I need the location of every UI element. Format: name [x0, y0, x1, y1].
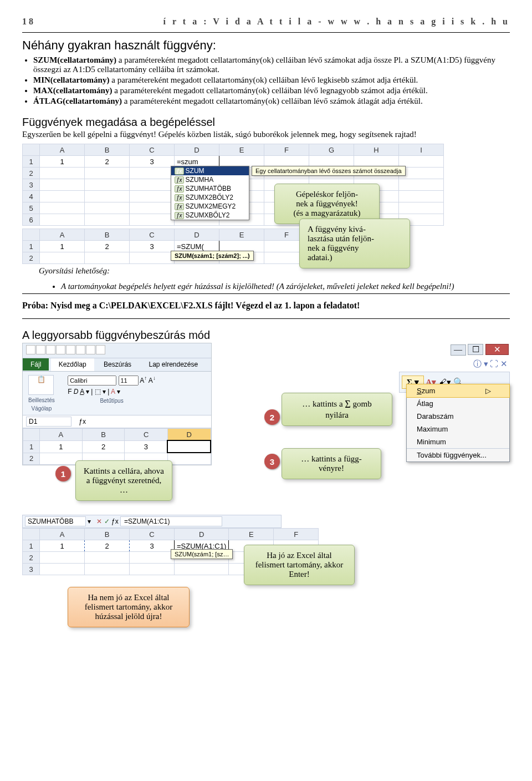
- section2-subtitle: Egyszerűen be kell gépelni a függvényt! …: [22, 130, 510, 139]
- callout-redo-range: Ha nem jó az Excel által felismert tarto…: [68, 587, 190, 627]
- excel-window: Fájl Kezdőlap Beszúrás Lap elrendezése 📋…: [22, 343, 212, 465]
- shortcut-hint-list: A tartományokat begépelés helyett egér h…: [61, 282, 510, 291]
- callout-step2: … kattints a Σ gomb nyilára: [282, 393, 392, 426]
- dropdown-item[interactable]: ƒxSZUMX2BŐLY2: [171, 193, 249, 202]
- sigma-icon: Σ: [345, 399, 350, 410]
- fx-icon[interactable]: ƒx: [79, 418, 86, 425]
- group-clipboard: 📋 Beillesztés Vágólap: [28, 375, 55, 412]
- font-name-combo[interactable]: [68, 376, 116, 386]
- section2-heading: Függvények megadása a begépeléssel: [22, 116, 510, 129]
- callout-step3: … kattints a függ- vényre!: [282, 448, 381, 479]
- screenshot-4: SZUMHATÖBB ▾ ✕ ✓ ƒx =SZUM(A1:C1) ABCDEF …: [22, 515, 510, 626]
- autosum-menu[interactable]: SSzumzum ▷ Átlag Darabszám Maximum Minim…: [406, 384, 510, 462]
- proba-instruction: Próba: Nyisd meg a C:\PELDAK\EXCEL\F2.XL…: [22, 301, 510, 311]
- ribbon-body: 📋 Beillesztés Vágólap A↑ A↓ F D A ▾ | ⬚ …: [23, 371, 211, 415]
- section3-heading: A leggyorsabb függvénybeszúrás mód: [22, 329, 510, 342]
- menu-item-more[interactable]: További függvények...: [407, 448, 509, 462]
- sheet-grid-3: ABCD 1123 2: [23, 428, 211, 465]
- menu-item-maximum[interactable]: Maximum: [407, 423, 509, 435]
- ribbon-tabs: Fájl Kezdőlap Beszúrás Lap elrendezése: [23, 358, 211, 371]
- menu-item-minimum[interactable]: Minimum: [407, 435, 509, 448]
- badge-2: 2: [264, 409, 280, 425]
- page-header: 18 í r t a : V i d a A t t i l a - w w w…: [22, 17, 510, 27]
- fx-icon-4[interactable]: ƒx: [111, 518, 119, 525]
- dropdown-item[interactable]: ƒxSZUMX2MEGY2: [171, 202, 249, 211]
- qat-icons[interactable]: [23, 343, 211, 358]
- separator-3: [22, 318, 510, 319]
- tab-file[interactable]: Fájl: [23, 358, 49, 371]
- minimize-button[interactable]: —: [451, 344, 466, 356]
- dropdown-item-selected[interactable]: ƒxSZUM: [171, 166, 249, 175]
- dropdown-item[interactable]: ƒxSZUMHATÖBB: [171, 184, 249, 193]
- maximize-button[interactable]: ☐: [468, 344, 483, 355]
- tab-layout[interactable]: Lap elrendezése: [141, 358, 206, 371]
- formula-input[interactable]: =SZUM(A1:C1): [120, 516, 222, 526]
- func-item-max: MAX(cellatartomány) a paramétereként meg…: [33, 86, 510, 95]
- function-autocomplete-dropdown[interactable]: ƒxSZUM ƒxSZUMHA ƒxSZUMHATÖBB ƒxSZUMX2BŐL…: [171, 166, 249, 220]
- byline: í r t a : V i d a A t t i l a - w w w . …: [163, 17, 510, 27]
- callout-enter-hint: Ha jó az Excel által felismert tartomány…: [244, 545, 355, 585]
- help-icon[interactable]: ⓘ ▾ ⛶ ✕: [473, 359, 508, 368]
- menu-item-atlag[interactable]: Átlag: [407, 397, 509, 410]
- formula-bar: D1 ƒx: [23, 415, 211, 428]
- section1-title: Néhány gyakran használt függvény:: [22, 38, 510, 53]
- gyorsitas-label: Gyorsítási lehetőség:: [39, 266, 110, 276]
- function-description-tooltip: Egy cellatartományban lévő összes számot…: [252, 166, 406, 176]
- tab-home[interactable]: Kezdőlap: [51, 358, 94, 371]
- func-item-min: MIN(cellatartomány) a paramétereként meg…: [33, 75, 510, 85]
- sheet2-grid: ABCDEF 1123=SZUM( 2: [22, 229, 309, 264]
- active-cell-d1[interactable]: [167, 440, 211, 453]
- badge-3: 3: [264, 454, 280, 469]
- header-separator: [22, 32, 510, 33]
- func-item-szum: SZUM(cellatartomány) a paramétereként me…: [33, 55, 510, 74]
- callout-step1: Kattints a cellára, ahova a függvényt sz…: [75, 460, 172, 501]
- group-font: A↑ A↓ F D A ▾ | ⬚ ▾ | A ▾ Betűtípus: [68, 375, 156, 404]
- screenshot-1: ABCDEFGHI 1123=szum 2 3 4 5 6 ƒxSZUM ƒxS…: [22, 144, 510, 224]
- separator-2: [22, 293, 510, 294]
- badge-1: 1: [55, 466, 71, 481]
- screenshot-2: ABCDEF 1123=SZUM( 2 SZUM(szám1; [szám2];…: [22, 229, 510, 280]
- font-size-combo[interactable]: [119, 376, 139, 386]
- menu-item-szum[interactable]: SSzumzum ▷: [406, 384, 510, 398]
- screenshot-3: Fájl Kezdőlap Beszúrás Lap elrendezése 📋…: [22, 343, 510, 504]
- tab-insert[interactable]: Beszúrás: [96, 358, 139, 371]
- callout-selection-hint: A függvény kivá-lasztása után feljön-nek…: [299, 219, 410, 268]
- signature-tooltip-4: SZUM(szám1; [sz…: [171, 549, 233, 559]
- page-number: 18: [22, 17, 35, 27]
- func-item-atlag: ÁTLAG(cellatartomány) a paramétereként m…: [33, 97, 510, 106]
- function-signature-tooltip: SZUM(szám1; [szám2]; ...): [171, 251, 254, 261]
- dropdown-item[interactable]: ƒxSZUMHA: [171, 175, 249, 184]
- dropdown-item[interactable]: ƒxSZUMXBŐLY2: [171, 211, 249, 220]
- name-box[interactable]: D1: [26, 417, 71, 427]
- name-box-4[interactable]: SZUMHATÖBB: [25, 516, 86, 526]
- shortcut-hint-item: A tartományokat begépelés helyett egér h…: [61, 282, 510, 291]
- function-list: SZUM(cellatartomány) a paramétereként me…: [33, 55, 510, 106]
- menu-item-darabszam[interactable]: Darabszám: [407, 410, 509, 423]
- close-button[interactable]: ✕: [485, 344, 509, 355]
